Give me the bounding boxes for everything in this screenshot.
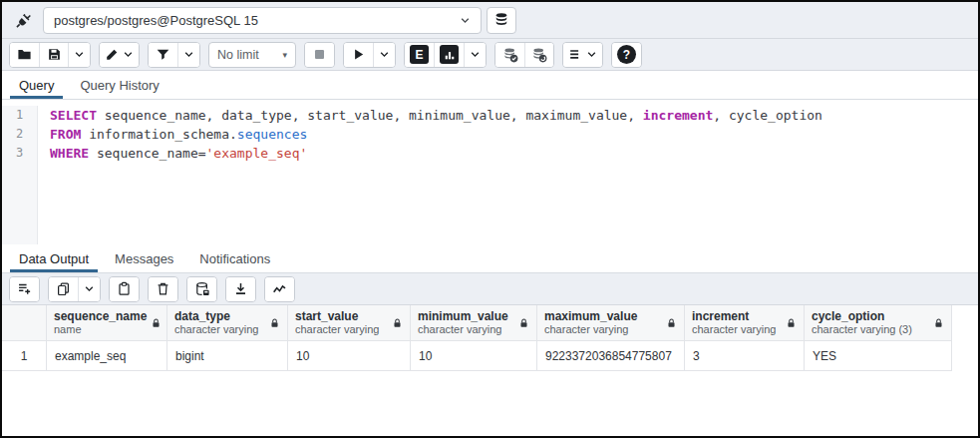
chevron-down-icon [123, 49, 134, 60]
sql-editor[interactable]: 1SELECT sequence_name, data_type, start_… [2, 100, 978, 244]
toolbar-group [9, 276, 40, 302]
connection-select[interactable]: postgres/postgres@PostgreSQL 15 [43, 7, 482, 34]
column-type: character varying [544, 323, 637, 336]
cell-cycle_option[interactable]: YES [805, 341, 952, 371]
edit-menu-button[interactable] [100, 43, 139, 67]
explain-button[interactable]: E [405, 43, 434, 67]
column-header-maximum_value[interactable]: maximum_valuecharacter varying [537, 305, 685, 341]
column-header-text: data_typecharacter varying [174, 309, 258, 336]
add-row-icon [17, 281, 32, 296]
chevron-down-icon: ▾ [282, 50, 287, 60]
add-row-button[interactable] [10, 277, 39, 301]
toolbar-group [148, 42, 200, 68]
pencil-icon [105, 47, 120, 62]
column-name: start_value [295, 309, 379, 323]
cell-data_type[interactable]: bigint [167, 341, 288, 371]
explain-analyze-button[interactable] [434, 43, 464, 67]
column-header-text: incrementcharacter varying [692, 309, 776, 336]
column-type: character varying [174, 323, 258, 336]
results-toolbar [2, 273, 978, 305]
code-line: 2FROM information_schema.sequences [2, 125, 978, 144]
stop-button[interactable] [305, 43, 334, 67]
lock-icon [933, 317, 944, 329]
copy-icon [56, 281, 71, 296]
toolbar-group: E [404, 42, 487, 68]
clipboard-icon [117, 281, 132, 296]
tab-query[interactable]: Query [6, 71, 67, 99]
delete-row-button[interactable] [149, 277, 177, 301]
column-type: name [54, 323, 147, 336]
grid-header-row: sequence_namenamedata_typecharacter vary… [2, 305, 978, 341]
cell-maximum_value[interactable]: 9223372036854775807 [537, 341, 685, 371]
row-number-header [2, 305, 47, 341]
column-name: maximum_value [544, 309, 637, 323]
toolbar-group [186, 276, 217, 302]
row-number-cell[interactable]: 1 [2, 341, 47, 371]
toolbar-group [148, 276, 178, 302]
copy-button[interactable] [49, 277, 78, 301]
save-options-button[interactable] [68, 43, 90, 67]
table-row: 1example_seqbigint1010922337203685477580… [2, 341, 978, 371]
lock-icon [786, 317, 797, 329]
column-name: data_type [174, 309, 258, 323]
chevron-down-icon [460, 15, 471, 26]
column-header-sequence_name[interactable]: sequence_namename [47, 305, 167, 341]
commit-button[interactable] [495, 43, 524, 67]
filter-options-button[interactable] [177, 43, 199, 67]
macros-button[interactable] [563, 43, 602, 67]
query-tool-window: postgres/postgres@PostgreSQL 15 No limit… [0, 0, 980, 438]
save-icon [47, 47, 62, 62]
rollback-button[interactable] [524, 43, 553, 67]
column-header-cycle_option[interactable]: cycle_optioncharacter varying (3) [805, 305, 952, 341]
help-button[interactable]: ? [612, 43, 641, 67]
tab-query-history[interactable]: Query History [67, 71, 171, 99]
connection-select-value: postgres/postgres@PostgreSQL 15 [54, 13, 258, 28]
open-file-button[interactable] [10, 43, 39, 67]
folder-icon [17, 47, 32, 62]
trash-icon [156, 281, 170, 296]
execute-options-button[interactable] [373, 43, 395, 67]
toolbar-group [494, 42, 554, 68]
cell-sequence_name[interactable]: example_seq [47, 341, 167, 371]
column-header-start_value[interactable]: start_valuecharacter varying [288, 305, 411, 341]
copy-options-button[interactable] [78, 277, 100, 301]
toolbar-group: ? [611, 42, 642, 68]
chevron-icon [74, 49, 85, 60]
column-header-data_type[interactable]: data_typecharacter varying [167, 305, 288, 341]
db-rollback-icon [531, 47, 547, 63]
cell-start_value[interactable]: 10 [288, 341, 411, 371]
main-toolbar: No limit▾E? [2, 39, 978, 71]
execute-button[interactable] [344, 43, 373, 67]
tab-data-output[interactable]: Data Output [6, 244, 102, 272]
column-type: character varying (3) [812, 323, 912, 336]
code-text: WHERE sequence_name='example_seq' [38, 144, 307, 163]
save-results-button[interactable] [226, 277, 255, 301]
save-file-button[interactable] [39, 43, 68, 67]
paste-button[interactable] [110, 277, 139, 301]
filter-button[interactable] [149, 43, 177, 67]
connection-bar: postgres/postgres@PostgreSQL 15 [2, 2, 978, 39]
explain-options-button[interactable] [464, 43, 486, 67]
column-header-increment[interactable]: incrementcharacter varying [685, 305, 805, 341]
code-line: 1SELECT sequence_name, data_type, start_… [2, 106, 978, 125]
db-save-icon [194, 281, 210, 297]
column-type: character varying [692, 323, 776, 336]
plug-icon [8, 7, 38, 33]
column-header-text: minimum_valuecharacter varying [418, 309, 508, 336]
toolbar-group [562, 42, 603, 68]
column-header-minimum_value[interactable]: minimum_valuecharacter varying [411, 305, 537, 341]
editor-tabbar: QueryQuery History [2, 71, 978, 100]
save-data-button[interactable] [187, 277, 216, 301]
new-connection-button[interactable] [487, 7, 516, 34]
output-tabbar: Data OutputMessagesNotifications [2, 244, 978, 273]
cell-increment[interactable]: 3 [685, 341, 805, 371]
row-limit-select[interactable]: No limit▾ [208, 42, 296, 68]
lock-icon [269, 317, 280, 329]
chevron-icon [183, 49, 194, 60]
tab-messages[interactable]: Messages [102, 244, 186, 272]
download-icon [233, 281, 248, 296]
lock-icon [518, 317, 529, 329]
graph-visualiser-button[interactable] [265, 277, 294, 301]
cell-minimum_value[interactable]: 10 [411, 341, 537, 371]
tab-notifications[interactable]: Notifications [186, 244, 283, 272]
